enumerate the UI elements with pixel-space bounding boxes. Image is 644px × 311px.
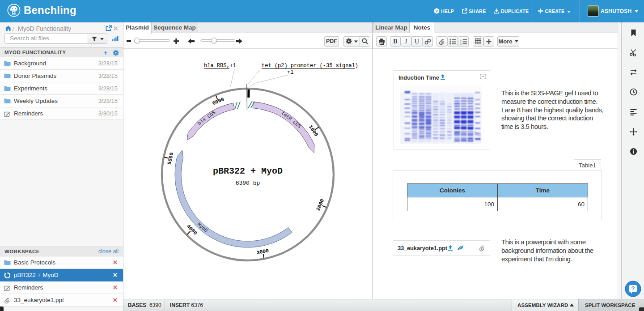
svg-text:3000: 3000	[256, 247, 270, 256]
svg-text:?: ?	[631, 285, 635, 292]
svg-text:6000: 6000	[212, 96, 225, 106]
svg-text:3: 3	[460, 43, 462, 45]
svg-text:+1: +1	[287, 69, 293, 76]
svg-text:bla RBS,+1: bla RBS,+1	[204, 63, 236, 69]
svg-text:tet (p2) promoter (-35 signal): tet (p2) promoter (-35 signal)	[262, 63, 358, 69]
svg-text:pBR322 + MyoD: pBR322 + MyoD	[213, 166, 283, 176]
svg-text:6390 bp: 6390 bp	[236, 180, 260, 187]
svg-text:5000: 5000	[166, 152, 174, 165]
svg-text:bla CDS: bla CDS	[197, 110, 217, 126]
svg-text:tetR CDS: tetR CDS	[280, 111, 302, 129]
svg-text:2000: 2000	[315, 198, 326, 212]
svg-text:?: ?	[435, 9, 438, 13]
